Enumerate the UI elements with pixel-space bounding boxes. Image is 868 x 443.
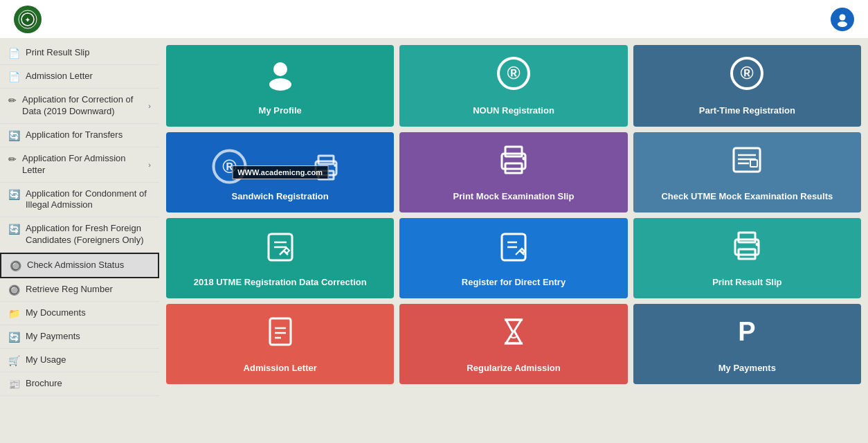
sidebar-item-label: Application for Correction of Data (2019… xyxy=(22,94,145,118)
tile-noun-registration[interactable]: ® NOUN Registration xyxy=(399,45,627,127)
tile-label: Check UTME Mock Examination Results xyxy=(661,191,833,203)
sidebar-item-label: Application For Admission Letter xyxy=(22,153,145,177)
news-icon xyxy=(730,143,764,184)
circle-icon: 🔘 xyxy=(10,260,21,271)
svg-text:P: P xyxy=(739,317,756,346)
sidebar-item-label: My Payments xyxy=(26,331,151,343)
chevron-icon: › xyxy=(148,102,151,110)
sidebar-item-app-fresh-foreign[interactable]: 🔄 Application for Fresh Foreign Candidat… xyxy=(0,217,159,253)
content-area: My Profile ® NOUN Registration ® xyxy=(159,38,868,443)
tile-regularize-admission[interactable]: Regularize Admission xyxy=(399,304,627,384)
sidebar-item-brochure[interactable]: 📰 Brochure xyxy=(0,372,159,396)
tile-label: Sandwich Registration xyxy=(232,191,329,203)
sidebar-item-correction-data[interactable]: ✏ Application for Correction of Data (20… xyxy=(0,89,159,124)
svg-point-16 xyxy=(334,164,336,167)
profile-icon xyxy=(264,58,297,98)
tile-label: Part-Time Registration xyxy=(699,105,795,117)
sidebar-item-retrieve-reg[interactable]: 🔘 Retrieve Reg Number xyxy=(0,278,159,302)
svg-rect-25 xyxy=(750,160,757,167)
tile-label: Admission Letter xyxy=(244,363,317,374)
sidebar-item-label: Application for Fresh Foreign Candidates… xyxy=(26,223,151,246)
svg-point-4 xyxy=(838,21,847,27)
main-layout: 📄 Print Result Slip 📄 Admission Letter ✏… xyxy=(0,38,868,443)
newspaper-icon: 📰 xyxy=(8,379,20,390)
tile-label: My Profile xyxy=(259,105,302,117)
tile-label: NOUN Registration xyxy=(473,105,554,117)
paypal-icon: P xyxy=(730,314,764,356)
watermark-text: WWW.academicng.com xyxy=(232,165,328,179)
tile-label: 2018 UTME Registration Data Correction xyxy=(194,277,367,289)
tile-register-direct-entry[interactable]: Register for Direct Entry xyxy=(399,218,627,298)
sidebar-item-label: Check Admission Status xyxy=(27,260,150,271)
tile-my-profile[interactable]: My Profile xyxy=(166,45,394,127)
svg-text:®: ® xyxy=(507,62,520,83)
svg-point-35 xyxy=(756,242,759,246)
sidebar-item-my-documents[interactable]: 📁 My Documents xyxy=(0,302,159,325)
svg-point-6 xyxy=(269,78,291,91)
edit-icon: ✏ xyxy=(8,95,17,106)
header: ✦ xyxy=(0,0,868,38)
tile-my-payments[interactable]: P My Payments xyxy=(633,304,861,384)
svg-point-20 xyxy=(522,156,525,160)
tile-label: Print Result Slip xyxy=(712,277,781,289)
sidebar-item-label: Print Result Slip xyxy=(26,47,151,59)
r-circle-icon: ® xyxy=(496,55,532,98)
tile-admission-letter[interactable]: Admission Letter xyxy=(166,304,394,384)
cart-icon: 🛒 xyxy=(8,355,20,366)
edit-pencil-icon2 xyxy=(496,228,531,270)
tile-print-result-slip[interactable]: Print Result Slip xyxy=(633,218,861,298)
svg-point-3 xyxy=(840,14,846,20)
circle-icon2: 🔘 xyxy=(8,284,20,296)
refresh-icon3: 🔄 xyxy=(8,332,20,343)
sidebar-item-app-condonment[interactable]: 🔄 Application for Condonment of Illegal … xyxy=(0,183,159,218)
sidebar-item-app-admission-letter[interactable]: ✏ Application For Admission Letter › xyxy=(0,147,159,183)
sidebar-item-my-payments[interactable]: 🔄 My Payments xyxy=(0,325,159,349)
doc-icon: 📄 xyxy=(8,71,20,82)
printer-icon xyxy=(496,143,531,184)
transfer-icon: 🔄 xyxy=(8,130,20,141)
sidebar-item-check-admission-status[interactable]: 🔘 Check Admission Status xyxy=(0,253,159,278)
user-avatar-icon[interactable] xyxy=(831,8,854,31)
svg-rect-18 xyxy=(505,147,522,156)
sidebar-item-label: Brochure xyxy=(26,378,151,390)
tile-sandwich-registration[interactable]: ® WWW.academicng.com Sandwich Registrati… xyxy=(166,132,394,213)
refresh-icon: 🔄 xyxy=(8,189,20,200)
sidebar-item-label: Application for Transfers xyxy=(26,129,151,141)
tiles-grid: My Profile ® NOUN Registration ® xyxy=(166,45,861,384)
tile-part-time-registration[interactable]: ® Part-Time Registration xyxy=(633,45,861,127)
sidebar-item-label: Admission Letter xyxy=(26,71,151,82)
tile-utme-reg-data-correction[interactable]: 2018 UTME Registration Data Correction xyxy=(166,218,394,298)
printer-icon2 xyxy=(730,228,764,270)
sidebar-item-label: My Documents xyxy=(26,307,151,319)
svg-point-5 xyxy=(273,62,287,76)
sidebar-item-my-usage[interactable]: 🛒 My Usage xyxy=(0,349,159,372)
svg-text:®: ® xyxy=(741,62,754,83)
tile-print-mock-exam-slip[interactable]: Print Mock Examination Slip xyxy=(399,132,627,213)
hourglass-icon xyxy=(496,314,531,356)
edit-icon2: ✏ xyxy=(8,154,17,165)
tile-label: Regularize Admission xyxy=(467,363,560,374)
tile-label: Register for Direct Entry xyxy=(462,277,566,289)
svg-text:✦: ✦ xyxy=(25,17,30,24)
sidebar-item-label: Retrieve Reg Number xyxy=(26,284,151,296)
folder-icon: 📁 xyxy=(8,308,20,319)
sidebar-item-label: My Usage xyxy=(26,354,151,366)
refresh-icon2: 🔄 xyxy=(8,224,20,235)
sidebar-item-print-result-slip[interactable]: 📄 Print Result Slip xyxy=(0,42,159,65)
sidebar-item-label: Application for Condonment of Illegal Ad… xyxy=(26,188,151,212)
sidebar: 📄 Print Result Slip 📄 Admission Letter ✏… xyxy=(0,38,159,443)
tile-label: My Payments xyxy=(718,363,776,374)
doc-icon2 xyxy=(263,314,298,356)
logo: ✦ xyxy=(14,6,42,33)
svg-rect-14 xyxy=(318,156,334,164)
edit-pencil-icon xyxy=(263,228,298,270)
tile-check-utme-mock[interactable]: Check UTME Mock Examination Results xyxy=(633,132,861,213)
chevron-icon2: › xyxy=(148,161,151,169)
sidebar-item-admission-letter[interactable]: 📄 Admission Letter xyxy=(0,65,159,89)
svg-rect-33 xyxy=(739,233,755,242)
r-circle-icon2: ® xyxy=(729,55,765,98)
sidebar-item-app-transfers[interactable]: 🔄 Application for Transfers xyxy=(0,124,159,147)
tile-label: Print Mock Examination Slip xyxy=(453,191,575,203)
svg-rect-36 xyxy=(270,318,291,345)
print-icon: 📄 xyxy=(8,48,20,59)
